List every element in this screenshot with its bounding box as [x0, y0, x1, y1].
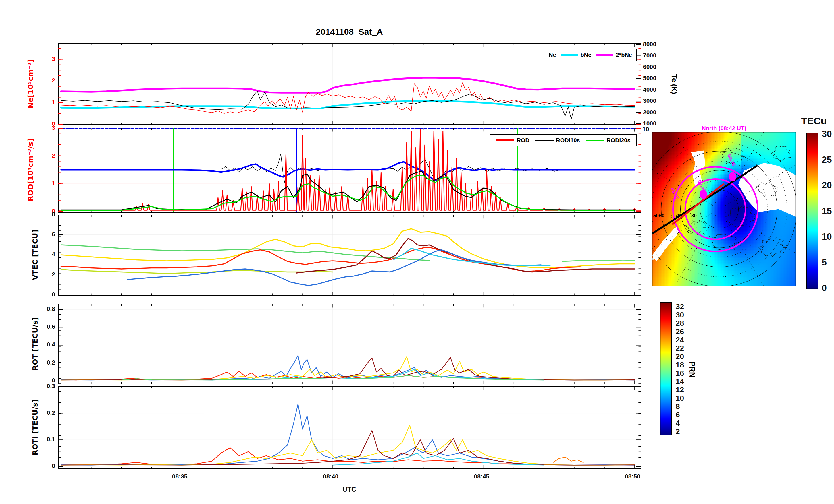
legend-item-rodi10s: RODI10s [535, 137, 580, 144]
ne-line-swatch [529, 54, 546, 55]
legend-item-2bne: 2*bNe [596, 52, 632, 58]
legend-item-rodi20s: RODI20s [586, 137, 630, 144]
prn-tick-label: 4 [676, 419, 680, 428]
legend-label: Ne [549, 52, 556, 58]
rod-ytick-label: 1 [0, 180, 55, 187]
rod-ytick-label: 2 [0, 152, 55, 159]
tecu-tick-label: 15 [822, 206, 832, 216]
prn-tick-label: 14 [676, 377, 684, 386]
roti-axis-label: ROTI [TECU/s] [31, 399, 39, 455]
2bne-line-swatch [596, 54, 613, 56]
x-tick-label: 08:45 [474, 473, 489, 480]
legend-item-rod: ROD [496, 137, 529, 144]
prn-tick-label: 26 [676, 327, 684, 336]
roti-ytick-label: 0 [0, 462, 55, 469]
legend-ne: Ne bNe 2*bNe [524, 49, 637, 61]
legend-label: ROD [517, 137, 529, 144]
te-ytick-label: 3000 [643, 97, 656, 104]
te-ytick-label: 5000 [643, 75, 656, 82]
prn-tick-label: 10 [676, 394, 684, 403]
te-ytick-label: 2000 [643, 109, 656, 116]
te-ytick-label: 4000 [643, 86, 656, 93]
rodi10s-line-swatch [535, 140, 554, 141]
tecu-tick-label: 5 [822, 257, 827, 268]
te-axis-label: Te (K) [670, 74, 678, 94]
prn-tick-label: 20 [676, 352, 684, 361]
x-tick-label: 08:35 [172, 473, 188, 480]
roti-ytick-label: 0.3 [0, 383, 55, 389]
map-title: North (08:42 UT) [702, 125, 746, 132]
figure-root: 20141108 Sat_A Ne[10⁵cm⁻³] ROD[10⁴cm⁻³/s… [0, 0, 834, 504]
rot-ytick-label: 0.2 [0, 359, 55, 366]
legend-item-bne: bNe [561, 52, 592, 58]
tec-map-canvas [652, 132, 796, 286]
figure-title: 20141108 Sat_A [316, 27, 383, 37]
rot-ytick-label: 0.6 [0, 323, 55, 330]
prn-tick-label: 16 [676, 369, 684, 378]
panel-rot-canvas [58, 304, 641, 384]
tecu-tick-label: 10 [822, 231, 832, 242]
map-lat-label: 80 [691, 213, 697, 219]
te-ytick-label: 7000 [643, 52, 656, 59]
tecu-tick-label: 0 [822, 283, 827, 293]
te-ytick-label: 1000 [643, 120, 656, 127]
bne-line-swatch [561, 54, 578, 56]
ne-ytick-label: 3 [0, 55, 55, 62]
panel-vtec-canvas [58, 215, 641, 296]
x-axis-label: UTC [343, 486, 356, 494]
rod-line-swatch [496, 139, 514, 141]
legend-label: 2*bNe [616, 52, 632, 58]
prn-tick-label: 22 [676, 344, 684, 353]
rod-ytick-label: 3 [0, 124, 55, 131]
prn-tick-label: 6 [676, 410, 680, 419]
rod-axis-label: ROD[10⁴cm⁻³/s] [26, 139, 35, 202]
prn-tick-label: 8 [676, 402, 680, 411]
te-ytick-label: 6000 [643, 64, 656, 70]
rot-ytick-label: 0.8 [0, 305, 55, 312]
x-tick-label: 08:40 [323, 473, 338, 480]
panel-roti-canvas [58, 386, 641, 469]
tecu-tick-label: 25 [822, 155, 832, 165]
tecu-tick-label: 20 [822, 180, 832, 190]
vtec-ytick-label: 6 [0, 231, 55, 238]
legend-label: RODI20s [607, 137, 630, 144]
vtec-ytick-label: 4 [0, 251, 55, 258]
tecu-colorbar-title: TECu [801, 115, 827, 127]
prn-tick-label: 28 [676, 319, 684, 328]
rodi20s-line-swatch [586, 140, 604, 141]
te-ytick-label: 8000 [643, 41, 656, 48]
vtec-ytick-label: 8 [0, 211, 55, 217]
prn-tick-label: 2 [676, 427, 680, 436]
ne-ytick-label: 1 [0, 99, 55, 106]
legend-rod: ROD RODI10s RODI20s [490, 134, 637, 146]
legend-label: bNe [580, 52, 592, 58]
prn-colorbar-label: PRN [687, 361, 696, 377]
map-lat-label: 60 [659, 213, 664, 219]
prn-tick-label: 24 [676, 336, 684, 344]
prn-colorbar-canvas [660, 302, 672, 435]
prn-tick-label: 12 [676, 386, 684, 394]
prn-tick-label: 18 [676, 361, 684, 369]
roti-ytick-label: 0.1 [0, 436, 55, 442]
prn-tick-label: 32 [676, 302, 684, 311]
vtec-ytick-label: 2 [0, 271, 55, 278]
legend-label: RODI10s [556, 137, 580, 144]
x-tick-label: 08:50 [625, 473, 640, 480]
rot-ytick-label: 0.4 [0, 341, 55, 348]
map-lat-label: 50 [653, 213, 659, 219]
ne-ytick-label: 2 [0, 77, 55, 84]
tecu-tick-label: 30 [822, 129, 832, 139]
vtec-ytick-label: 0 [0, 291, 55, 298]
roti-ytick-label: 0.2 [0, 409, 55, 416]
map-lat-label: 70 [675, 213, 681, 219]
prn-tick-label: 30 [676, 311, 684, 319]
legend-item-ne: Ne [529, 52, 556, 58]
tecu-colorbar-canvas [807, 133, 818, 289]
